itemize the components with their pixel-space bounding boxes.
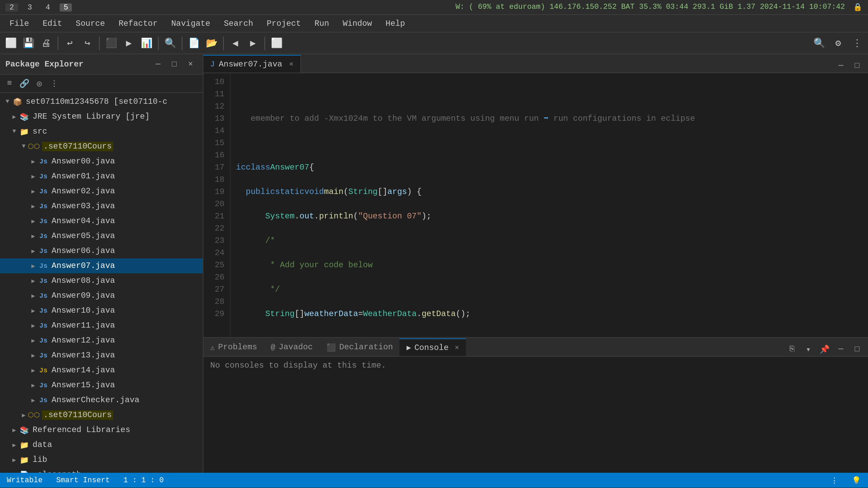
menu-source[interactable]: Source bbox=[69, 17, 112, 30]
menu-project[interactable]: Project bbox=[260, 17, 308, 30]
tree-item-project[interactable]: ▼ 📦 set07110m12345678 [set07110-c bbox=[0, 94, 203, 109]
tree-item-answer02[interactable]: ▶ Js Answer02.java bbox=[0, 184, 203, 199]
pe-menu[interactable]: ⋮ bbox=[47, 77, 61, 90]
tree-item-answerchecker[interactable]: ▶ Js AnswerChecker.java bbox=[0, 393, 203, 408]
label-answer01: Answer01.java bbox=[52, 172, 115, 181]
tree-item-answer12[interactable]: ▶ Js Answer12.java bbox=[0, 333, 203, 348]
tree-item-answer14[interactable]: ▶ Js Answer14.java bbox=[0, 363, 203, 378]
tab-javadoc[interactable]: @ Javadoc bbox=[264, 338, 319, 356]
console-minimize[interactable]: ─ bbox=[834, 343, 848, 356]
tab-console[interactable]: ▶ Console × bbox=[400, 338, 466, 356]
tree-item-jre[interactable]: ▶ 📚 JRE System Library [jre] bbox=[0, 109, 203, 124]
pe-link[interactable]: 🔗 bbox=[18, 77, 31, 90]
console-copy[interactable]: ⎘ bbox=[785, 343, 799, 356]
arrow-answer12: ▶ bbox=[28, 336, 38, 345]
problems-icon: ⚠ bbox=[210, 343, 215, 352]
pe-collapse[interactable]: ≡ bbox=[3, 77, 16, 90]
menu-refactor[interactable]: Refactor bbox=[112, 17, 164, 30]
code-line-12 bbox=[236, 137, 856, 149]
tree-item-answer03[interactable]: ▶ Js Answer03.java bbox=[0, 199, 203, 214]
tree-item-answer10[interactable]: ▶ Js Answer10.java bbox=[0, 303, 203, 318]
tab-close-button[interactable]: × bbox=[289, 60, 293, 68]
code-line-18: */ bbox=[236, 284, 856, 296]
tab-problems[interactable]: ⚠ Problems bbox=[203, 338, 264, 356]
toolbar-more[interactable]: ⋮ bbox=[849, 35, 865, 51]
save-button[interactable]: 💾 bbox=[20, 35, 37, 51]
code-content[interactable]: emember to add -Xmx1024m to the VM argum… bbox=[231, 73, 861, 337]
toolbar-search[interactable]: 🔍 bbox=[811, 35, 827, 51]
console-pin[interactable]: 📌 bbox=[818, 343, 831, 356]
tree-item-reflibs[interactable]: ▶ 📚 Referenced Libraries bbox=[0, 423, 203, 437]
open-type[interactable]: 📄 bbox=[186, 35, 202, 51]
console-icon: ▶ bbox=[407, 343, 411, 352]
lock-icon: 🔒 bbox=[853, 3, 863, 12]
pe-minimize[interactable]: ─ bbox=[151, 57, 165, 71]
coverage-button[interactable]: 📊 bbox=[138, 35, 155, 51]
prev-edit[interactable]: ◀ bbox=[227, 35, 243, 51]
code-line-15: System.out.println("Question 07"); bbox=[236, 210, 856, 222]
new-button[interactable]: ⬜ bbox=[3, 35, 19, 51]
label-answer08: Answer08.java bbox=[52, 276, 115, 286]
tree-item-answer11[interactable]: ▶ Js Answer11.java bbox=[0, 318, 203, 333]
console-dropdown[interactable]: ▾ bbox=[802, 343, 815, 356]
code-editor[interactable]: 10 11 12 13 14 15 16 17 18 19 20 21 22 2… bbox=[203, 73, 868, 337]
open-resource[interactable]: 📂 bbox=[203, 35, 220, 51]
tree-item-package1[interactable]: ▼ ⬡⬡ .set07110Cours bbox=[0, 139, 203, 154]
run-button[interactable]: ▶ bbox=[121, 35, 137, 51]
icon-data: 📁 bbox=[19, 440, 30, 450]
workspace-tab-2[interactable]: 2 bbox=[5, 3, 18, 11]
tree-item-lib[interactable]: ▶ 📁 lib bbox=[0, 452, 203, 467]
editor-minimize[interactable]: ─ bbox=[834, 59, 848, 73]
tree-item-src[interactable]: ▼ 📁 src bbox=[0, 124, 203, 139]
label-answer13: Answer13.java bbox=[52, 351, 115, 360]
icon-answer00: Js bbox=[38, 156, 49, 167]
next-edit[interactable]: ▶ bbox=[245, 35, 261, 51]
menu-run[interactable]: Run bbox=[308, 17, 336, 30]
undo-button[interactable]: ↩ bbox=[62, 35, 78, 51]
pe-close[interactable]: × bbox=[184, 57, 197, 71]
workspace-tab-5[interactable]: 5 bbox=[60, 3, 72, 11]
pe-controls: ─ □ × bbox=[151, 57, 197, 71]
workspace-tab-3[interactable]: 3 bbox=[23, 3, 36, 11]
menu-window[interactable]: Window bbox=[336, 17, 379, 30]
pe-focus[interactable]: ◎ bbox=[33, 77, 46, 90]
toolbar-sep-4 bbox=[182, 36, 182, 50]
print-button[interactable]: 🖨 bbox=[38, 35, 54, 51]
tab-declaration[interactable]: ⬛ Declaration bbox=[320, 338, 400, 356]
label-answer07: Answer07.java bbox=[52, 261, 115, 271]
tree-item-data[interactable]: ▶ 📁 data bbox=[0, 437, 203, 452]
tree-item-answer05[interactable]: ▶ Js Answer05.java bbox=[0, 229, 203, 243]
tree-item-classpath[interactable]: ▶ 📄 .classpath bbox=[0, 467, 203, 473]
console-close-button[interactable]: × bbox=[455, 344, 459, 352]
tree-item-answer04[interactable]: ▶ Js Answer04.java bbox=[0, 214, 203, 229]
search-button[interactable]: 🔍 bbox=[162, 35, 178, 51]
redo-button[interactable]: ↪ bbox=[79, 35, 96, 51]
tree-item-answer15[interactable]: ▶ Js Answer15.java bbox=[0, 378, 203, 393]
debug-button[interactable]: ⬛ bbox=[103, 35, 119, 51]
maximize-button[interactable]: ⬜ bbox=[269, 35, 285, 51]
tree-item-answer13[interactable]: ▶ Js Answer13.java bbox=[0, 348, 203, 363]
menu-search[interactable]: Search bbox=[217, 17, 260, 30]
tree-item-answer07[interactable]: ▶ Js Answer07.java bbox=[0, 258, 203, 273]
console-maximize[interactable]: □ bbox=[850, 343, 864, 356]
tree-item-answer08[interactable]: ▶ Js Answer08.java bbox=[0, 273, 203, 288]
tree-item-answer01[interactable]: ▶ Js Answer01.java bbox=[0, 169, 203, 184]
tree-item-answer06[interactable]: ▶ Js Answer06.java bbox=[0, 243, 203, 258]
menu-help[interactable]: Help bbox=[379, 17, 412, 30]
menu-edit[interactable]: Edit bbox=[36, 17, 69, 30]
menu-navigate[interactable]: Navigate bbox=[164, 17, 217, 30]
workspace-tab-4[interactable]: 4 bbox=[41, 3, 54, 11]
status-more[interactable]: ⋮ bbox=[831, 476, 838, 485]
editor-maximize[interactable]: □ bbox=[850, 59, 864, 73]
tab-answer07[interactable]: J Answer07.java × bbox=[203, 55, 301, 73]
tree-item-answer00[interactable]: ▶ Js Answer00.java bbox=[0, 154, 203, 169]
tab-label: Answer07.java bbox=[219, 59, 282, 69]
label-jre: JRE System Library [jre] bbox=[33, 112, 150, 121]
tree-item-answer09[interactable]: ▶ Js Answer09.java bbox=[0, 288, 203, 303]
vertical-scrollbar[interactable] bbox=[861, 73, 868, 337]
menu-file[interactable]: File bbox=[3, 17, 36, 30]
tree-item-package2[interactable]: ▶ ⬡⬡ .set07110Cours bbox=[0, 408, 203, 423]
pe-maximize[interactable]: □ bbox=[167, 57, 181, 71]
toolbar-settings[interactable]: ⚙ bbox=[830, 35, 846, 51]
arrow-answer07: ▶ bbox=[28, 261, 38, 271]
